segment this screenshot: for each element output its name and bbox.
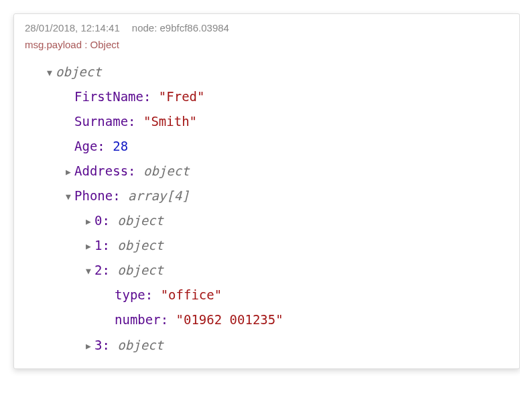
type-label: object	[117, 213, 164, 228]
caret-right-icon: ▶	[84, 238, 93, 255]
tree-array-item-0[interactable]: ▶0: object	[25, 208, 509, 233]
type-label: object	[56, 64, 102, 79]
prop-value-string: "Smith"	[143, 114, 197, 129]
prop-value-string: "Fred"	[159, 89, 205, 104]
prop-value-number: 28	[113, 139, 128, 153]
prop-value-string: "office"	[161, 287, 222, 302]
prop-key: Address	[74, 163, 128, 178]
tree-prop-surname[interactable]: Surname: "Smith"	[25, 109, 509, 134]
caret-down-icon: ▼	[45, 64, 54, 81]
prop-key: FirstName	[74, 89, 143, 104]
tree-prop-age[interactable]: Age: 28	[25, 134, 509, 159]
tree-array-item-3[interactable]: ▶3: object	[25, 333, 509, 358]
tree-array-item-1[interactable]: ▶1: object	[25, 233, 509, 258]
prop-key: Age	[74, 139, 97, 153]
prop-key: 2	[94, 263, 102, 277]
prop-key: 1	[94, 238, 102, 253]
debug-topic: msg.payload : Object	[25, 39, 509, 50]
debug-timestamp: 28/01/2018, 12:14:41	[25, 22, 120, 33]
prop-value-string: "01962 001235"	[176, 312, 283, 327]
tree-prop-firstname[interactable]: FirstName: "Fred"	[25, 84, 509, 109]
caret-right-icon: ▶	[84, 213, 93, 230]
tree-prop-phone2-number[interactable]: number: "01962 001235"	[25, 307, 509, 332]
debug-tree: ▼object FirstName: "Fred" Surname: "Smit…	[25, 60, 509, 358]
tree-root[interactable]: ▼object	[25, 60, 509, 84]
debug-node-id: node: e9bfcf86.03984	[132, 22, 229, 33]
debug-message-panel: 28/01/2018, 12:14:41 node: e9bfcf86.0398…	[13, 13, 520, 369]
tree-prop-phone[interactable]: ▼Phone: array[4]	[25, 184, 509, 208]
type-label: object	[143, 163, 190, 178]
type-label: object	[117, 338, 164, 352]
prop-key: type	[115, 287, 145, 302]
prop-key: Phone	[74, 188, 113, 203]
type-label: array[4]	[128, 188, 190, 203]
tree-array-item-2[interactable]: ▼2: object	[25, 258, 509, 283]
caret-down-icon: ▼	[84, 263, 93, 279]
prop-key: 3	[94, 338, 102, 352]
prop-key: number	[115, 312, 161, 327]
type-label: object	[117, 238, 164, 253]
prop-key: Surname	[74, 114, 128, 129]
debug-header: 28/01/2018, 12:14:41 node: e9bfcf86.0398…	[25, 22, 509, 33]
caret-right-icon: ▶	[64, 163, 73, 180]
caret-right-icon: ▶	[84, 338, 93, 354]
tree-prop-phone2-type[interactable]: type: "office"	[25, 283, 509, 307]
type-label: object	[117, 263, 164, 277]
tree-prop-address[interactable]: ▶Address: object	[25, 159, 509, 184]
caret-down-icon: ▼	[64, 188, 73, 205]
prop-key: 0	[94, 213, 102, 228]
